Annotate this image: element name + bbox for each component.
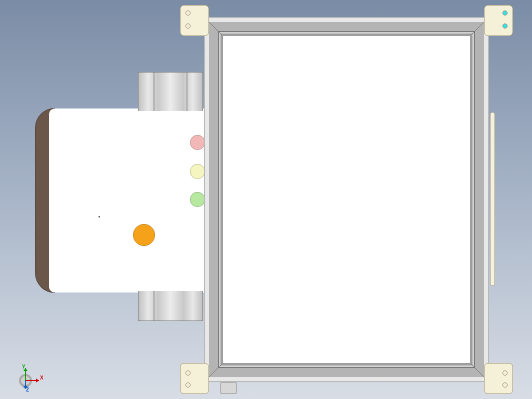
- bracket-hole: [186, 24, 190, 28]
- bracket-hole: [186, 382, 190, 388]
- mount-bracket-top-right: [484, 5, 513, 36]
- mount-bracket-top-left: [180, 5, 209, 36]
- axis-label-y: Y: [22, 364, 26, 370]
- cylinder-port-top: [138, 72, 203, 111]
- bracket-hole-highlighted: [502, 10, 508, 16]
- pushbutton-orange: [133, 224, 155, 246]
- bracket-hole: [502, 370, 508, 376]
- lid-frame: [209, 22, 484, 377]
- enclosure-latch: [220, 382, 237, 394]
- mount-bracket-bottom-left: [180, 363, 209, 394]
- lid-inner-edge: [220, 33, 473, 366]
- enclosure-side-strip: [490, 112, 495, 286]
- axis-label-z: Z: [26, 387, 29, 392]
- cylinder-port-bottom: [138, 291, 203, 321]
- cad-viewport[interactable]: X Y Z: [0, 0, 532, 399]
- orientation-triad[interactable]: X Y Z: [10, 365, 45, 390]
- enclosure-lid: [209, 22, 484, 377]
- axis-label-x: X: [40, 375, 44, 380]
- bracket-hole: [502, 382, 508, 388]
- bracket-hole: [186, 10, 190, 16]
- enclosure-assembly: [199, 7, 494, 392]
- svg-marker-5: [36, 378, 39, 382]
- reference-dot: [98, 216, 100, 218]
- bracket-hole-highlighted: [502, 24, 508, 28]
- mount-bracket-bottom-right: [484, 363, 513, 394]
- bracket-hole: [186, 370, 190, 376]
